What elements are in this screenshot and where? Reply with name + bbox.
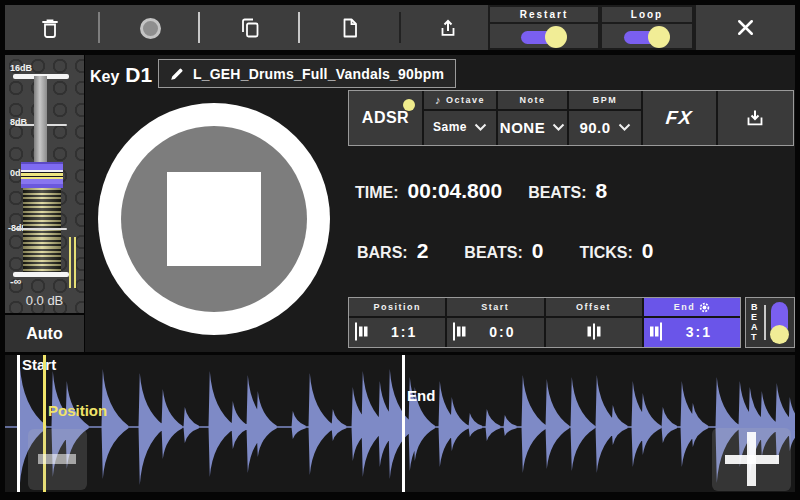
- octave-value: Same: [433, 120, 467, 134]
- db-value: 0.0 dB: [5, 293, 84, 308]
- time-readout: TIME: 00:04.800 BEATS: 8: [355, 179, 607, 203]
- fx-label: FX: [665, 107, 694, 129]
- stop-icon: [167, 172, 261, 266]
- stop-button[interactable]: [98, 103, 330, 335]
- note-value: NONE: [500, 119, 545, 136]
- ticks-value: 0: [642, 239, 654, 263]
- start-value: 0:0: [489, 324, 515, 340]
- beat-label: BEAT: [751, 302, 760, 342]
- position-value: 1:1: [391, 324, 417, 340]
- position-header: Position: [373, 302, 421, 312]
- meter-peak-line: [69, 237, 76, 288]
- upload-icon: [436, 16, 460, 40]
- top-toolbar: Restart Loop: [5, 5, 795, 50]
- waveform-svg[interactable]: [5, 355, 795, 492]
- level-meter: [23, 188, 61, 272]
- adsr-button[interactable]: ADSR: [349, 91, 422, 145]
- beats2-label: BEATS:: [464, 244, 522, 262]
- loop-points-table: Position 1:1 Start 0:0 Offset: [348, 297, 741, 348]
- record-button[interactable]: [131, 9, 169, 47]
- position-cell[interactable]: Position 1:1: [349, 298, 445, 347]
- toggle-knob: [545, 26, 567, 48]
- gear-icon[interactable]: [699, 302, 710, 313]
- offset-header: Offset: [576, 302, 611, 312]
- key-word: Key: [90, 68, 119, 86]
- end-header: End: [674, 302, 696, 312]
- adsr-indicator-dot: [403, 99, 415, 111]
- start-cell[interactable]: Start 0:0: [445, 298, 543, 347]
- stop-button-ring: [121, 126, 307, 312]
- beat-slider-rail: [764, 305, 766, 340]
- end-cell[interactable]: End 3:1: [642, 298, 740, 347]
- chevron-down-icon: [552, 123, 565, 131]
- fx-button[interactable]: FX: [641, 91, 716, 145]
- toggle-knob: [648, 26, 670, 48]
- copy-button[interactable]: [231, 9, 269, 47]
- waveform-editor[interactable]: StartPositionEnd: [5, 355, 795, 492]
- download-icon: [743, 106, 767, 130]
- position-marker-label: Position: [48, 402, 107, 419]
- restart-label: Restart: [490, 7, 598, 24]
- key-value: D1: [125, 63, 152, 87]
- note-label: Note: [520, 95, 546, 105]
- close-button[interactable]: [694, 5, 795, 50]
- close-icon: [733, 15, 758, 40]
- beat-slider-knob[interactable]: [770, 325, 789, 344]
- beat-slider-box: BEAT: [745, 297, 795, 348]
- sample-controls-panel: ADSR ♪ Octave Same Note NONE: [348, 90, 794, 146]
- end-marker-line[interactable]: [402, 355, 405, 492]
- edit-pencil-icon: [170, 67, 184, 81]
- main-panel: Key D1 L_GEH_Drums_Full_Vandals_90bpm AD…: [85, 55, 795, 352]
- zoom-in-button[interactable]: [712, 428, 791, 491]
- trash-icon: [38, 16, 62, 40]
- bpm-dropdown[interactable]: BPM 90.0: [567, 91, 641, 145]
- chevron-down-icon: [618, 123, 631, 131]
- fader-bottom-bar: [13, 272, 69, 277]
- octave-dropdown[interactable]: ♪ Octave Same: [422, 91, 496, 145]
- delete-button[interactable]: [31, 9, 69, 47]
- marker-left-icon: [354, 322, 370, 341]
- marker-left-icon: [452, 322, 468, 341]
- adsr-label: ADSR: [362, 109, 409, 127]
- ticks-label: TICKS:: [579, 244, 632, 262]
- record-icon: [140, 18, 161, 39]
- toolbar-divider: [98, 12, 100, 43]
- sample-name-field[interactable]: L_GEH_Drums_Full_Vandals_90bpm: [158, 59, 456, 88]
- beats2-value: 0: [532, 239, 544, 263]
- bars-value: 2: [417, 239, 429, 263]
- clef-icon: ♪: [435, 95, 442, 106]
- chevron-down-icon: [474, 123, 487, 131]
- export-button[interactable]: [429, 9, 467, 47]
- minus-icon: [38, 454, 76, 464]
- loop-toggle[interactable]: [624, 25, 670, 49]
- save-sample-button[interactable]: [716, 91, 791, 145]
- end-marker-label: End: [407, 387, 435, 404]
- restart-toggle[interactable]: [521, 25, 567, 49]
- offset-bars-icon: [586, 322, 602, 341]
- note-dropdown[interactable]: Note NONE: [496, 91, 567, 145]
- key-label: Key D1: [90, 63, 152, 87]
- fader-thumb[interactable]: [21, 162, 63, 188]
- restart-control: Restart: [488, 5, 600, 50]
- beats-label: BEATS:: [528, 184, 586, 202]
- auto-button[interactable]: Auto: [5, 315, 84, 352]
- end-value: 3:1: [686, 324, 712, 340]
- bars-readout: BARS: 2 BEATS: 0 TICKS: 0: [357, 239, 653, 263]
- beats-value: 8: [596, 179, 608, 203]
- new-file-icon: [338, 16, 362, 40]
- zoom-out-button[interactable]: [28, 429, 87, 490]
- new-file-button[interactable]: [331, 9, 369, 47]
- time-label: TIME:: [355, 184, 399, 202]
- loop-control: Loop: [600, 5, 694, 50]
- volume-fader-panel[interactable]: 16dB 8dB 0dB -8dB -∞ 0.0 dB: [5, 55, 84, 313]
- db-tick-label: 16dB: [10, 63, 32, 73]
- start-header: Start: [481, 302, 509, 312]
- time-value: 00:04.800: [408, 179, 503, 203]
- offset-cell[interactable]: Offset: [544, 298, 642, 347]
- loop-label: Loop: [602, 7, 692, 24]
- start-marker-line[interactable]: [17, 355, 20, 492]
- plus-icon: [747, 432, 756, 486]
- bars-label: BARS:: [357, 244, 408, 262]
- copy-icon: [238, 16, 262, 40]
- toolbar-divider: [198, 12, 200, 43]
